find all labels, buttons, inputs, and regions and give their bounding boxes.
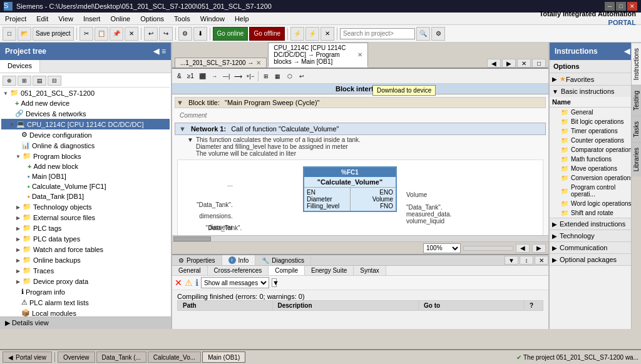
rs-item-word-logic[interactable]: 📁 Word logic operations [550,199,641,208]
tree-tab-devices[interactable]: Devices [0,60,40,73]
redo-button[interactable]: ↪ [159,27,173,41]
rs-item-bit-logic[interactable]: 📁 Bit logic operations [550,117,641,126]
status-expand-btn[interactable]: ▶ [532,244,546,253]
taskbar-data-tank[interactable]: Data_Tank (... [96,351,146,363]
maximize-button[interactable]: □ [616,2,626,11]
rs-item-comparator[interactable]: 📁 Comparator operations [550,145,641,154]
tree-item-calc-vol[interactable]: ▪ Calculate_Volume [FC1] [1,181,170,191]
details-view-button[interactable]: ▶ Details view [0,316,171,329]
network-collapse-icon[interactable]: ▼ [179,125,186,133]
close-button[interactable]: ✕ [627,2,637,11]
paste-button[interactable]: 📌 [110,27,123,41]
rs-item-prog-ctrl[interactable]: 📁 Program control operati... [550,183,641,199]
toolbar-icon-1[interactable]: ⚡ [290,27,304,41]
tree-item-data-tank[interactable]: ▪ Data_Tank [DB1] [1,191,170,201]
tree-toolbar-btn-3[interactable]: ▤ [33,76,46,86]
tree-item-dev-proxy[interactable]: 📁 Device proxy data [1,276,170,286]
bottom-tab-info[interactable]: i Info [222,255,256,265]
et-arrow-both[interactable]: ⟶ [233,71,244,82]
tree-item-dev-config[interactable]: ⚙ Device configuration [1,129,170,140]
rs-item-general[interactable]: 📁 General [550,108,641,117]
editor-tab-main[interactable]: CPU_1214C [CPU 1214C DC/DC/DC] → Program… [268,43,368,68]
block-collapse-icon[interactable]: ▼ [177,99,183,106]
tree-toolbar-btn-2[interactable]: ⊞ [18,76,31,86]
status-collapse-btn[interactable]: ◀ [516,244,530,253]
tree-item-add-block[interactable]: + Add new block [1,161,170,171]
go-online-button[interactable]: Go online [213,27,249,41]
et-arrow-right[interactable]: → [209,71,220,82]
save-button[interactable]: Save project [33,27,74,41]
search-button[interactable]: 🔍 [416,27,430,41]
taskbar-main-ob1[interactable]: Main (OB1) [202,351,245,363]
tab-maximize[interactable]: □ [532,59,546,68]
rs-item-conversion[interactable]: 📁 Conversion operations [550,173,641,183]
rs-item-math[interactable]: 📁 Math functions [550,154,641,164]
taskbar-portal-btn[interactable]: ◀ Portal view [3,351,52,363]
scrollbar-thumb-h[interactable] [173,236,211,241]
v-tab-tasks[interactable]: Tasks [632,116,641,143]
editor-scroll[interactable]: ▼ Block title: "Main Program Sweep (Cycl… [172,94,548,235]
tree-item-local-modules[interactable]: 📦 Local modules [1,308,170,316]
tree-item-prog-blocks[interactable]: 📁 Program blocks [1,151,170,161]
tree-item-ext-src[interactable]: 📁 External source files [1,212,170,223]
taskbar-overview[interactable]: Overview [58,351,95,363]
open-button[interactable]: 📂 [18,27,31,41]
tree-item-dev-net[interactable]: 🔗 Devices & networks [1,108,170,119]
tree-item-plc-data[interactable]: 📁 PLC data types [1,233,170,244]
filter-select[interactable]: Show all messages [201,277,269,288]
rs-favorites-header[interactable]: ▶ ★ Favorites [550,73,641,85]
tab-left-btn[interactable]: ◀ [487,59,501,68]
fc-block-body[interactable]: %FC1 "Calculate_Volume" EN Diameter Fill… [303,166,397,212]
et-plus-minus[interactable]: +|− [245,71,256,82]
et-call-btn[interactable]: ⬡ [284,71,295,82]
tab-scl-close[interactable]: ✕ [256,59,261,66]
menu-edit[interactable]: Edit [31,14,53,24]
compile-tab-syntax[interactable]: Syntax [354,266,386,275]
tree-item-online-backup[interactable]: 📁 Online backups [1,255,170,265]
toolbar-icon-2[interactable]: ⚡ [305,27,319,41]
tree-item-watch[interactable]: 📁 Watch and force tables [1,244,170,255]
tree-item-prog-info[interactable]: ℹ Program info [1,286,170,297]
undo-button[interactable]: ↩ [144,27,158,41]
et-counter-btn[interactable]: ⬛ [197,71,208,82]
tree-item-root[interactable]: 📁 051_201_SCL_S7-1200 [1,88,170,98]
tree-item-tech-obj[interactable]: 📁 Technology objects [1,201,170,212]
et-return-btn[interactable]: ↩ [296,71,307,82]
compile-button[interactable]: ⚙ [178,27,192,41]
menu-tools[interactable]: Tools [169,14,195,24]
et-dash-line[interactable]: —| [221,71,232,82]
rs-item-shift-rotate[interactable]: 📁 Shift and rotate [550,208,641,218]
delete-button[interactable]: ✕ [125,27,138,41]
rs-technology-header[interactable]: ▶ Technology [550,230,641,241]
rs-item-counter[interactable]: 📁 Counter operations [550,136,641,145]
search-options-button[interactable]: ⚙ [431,27,445,41]
menu-project[interactable]: Project [0,14,31,24]
tree-item-main-ob1[interactable]: ▪ Main [OB1] [1,171,170,181]
rs-item-move[interactable]: 📁 Move operations [550,164,641,173]
menu-view[interactable]: View [53,14,78,24]
tree-item-plc-alarm[interactable]: ⚠ PLC alarm text lists [1,297,170,308]
tree-item-plc-tags[interactable]: 📁 PLC tags [1,223,170,233]
menu-options[interactable]: Options [135,14,169,24]
tree-toolbar-btn-1[interactable]: ⊕ [3,76,16,86]
tree-item-online-diag[interactable]: 📊 Online & diagnostics [1,140,170,151]
menu-insert[interactable]: Insert [78,14,106,24]
et-block-btn[interactable]: ▦ [272,71,284,82]
tree-item-cpu[interactable]: 💻 CPU_1214C [CPU 1214C DC/DC/DC] [1,119,170,129]
download-button[interactable]: ⬇ [193,27,207,41]
rs-basic-header[interactable]: ▼ Basic instructions [550,86,641,97]
et-network-btn[interactable]: ⊞ [260,71,272,82]
filter-dropdown-btn[interactable]: ▼ [272,278,277,287]
tree-collapse-icon[interactable]: ◀ [153,47,159,56]
rs-extended-header[interactable]: ▶ Extended instructions [550,218,641,230]
search-input[interactable] [340,28,415,39]
tree-item-add-device[interactable]: + Add new device [1,98,170,108]
v-tab-testing[interactable]: Testing [632,85,641,116]
compile-tab-energy[interactable]: Energy Suite [305,266,354,275]
menu-online[interactable]: Online [105,14,135,24]
bottom-tab-properties[interactable]: ⚙ Properties [172,255,222,265]
rs-communication-header[interactable]: ▶ Communication [550,242,641,253]
menu-window[interactable]: Window [195,14,230,24]
bottom-panel-close-btn[interactable]: ✕ [535,256,548,265]
minimize-button[interactable]: ─ [605,2,615,11]
